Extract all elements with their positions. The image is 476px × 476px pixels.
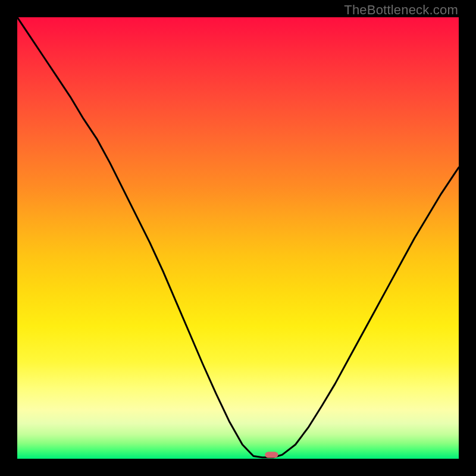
watermark-text: TheBottleneck.com — [344, 2, 458, 18]
chart-svg — [17, 17, 459, 459]
min-marker — [265, 452, 278, 458]
bottleneck-curve — [17, 17, 459, 458]
plot-area — [17, 17, 459, 459]
chart-frame: TheBottleneck.com — [0, 0, 476, 476]
